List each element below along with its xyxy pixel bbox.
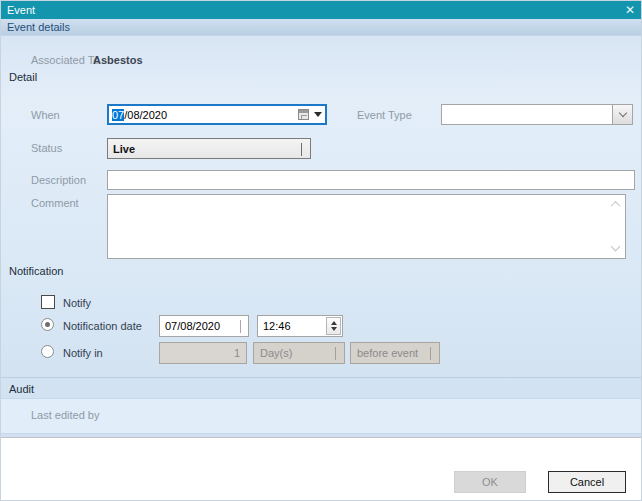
when-datepicker[interactable]: 07/08/2020: [107, 104, 327, 125]
when-value-selected: 07: [112, 109, 124, 121]
comment-label: Comment: [31, 197, 79, 209]
when-value-rest: /08/2020: [124, 109, 167, 121]
notify-in-radio[interactable]: [41, 345, 54, 358]
notify-in-value-input: 1: [159, 342, 247, 364]
when-label: When: [31, 109, 60, 121]
notification-date-select[interactable]: 07/08/2020: [159, 315, 249, 337]
section-notification-header: Notification: [9, 265, 63, 277]
notification-time-input[interactable]: 12:46: [257, 315, 343, 337]
spinner-down-icon[interactable]: [331, 327, 337, 331]
event-type-dropdown-button[interactable]: [612, 105, 632, 124]
ok-button[interactable]: OK: [454, 471, 526, 493]
chevron-down-icon: [618, 109, 626, 117]
notify-in-unit-value: Day(s): [260, 347, 292, 359]
spinner-up-icon[interactable]: [331, 321, 337, 325]
scroll-down-icon[interactable]: [612, 243, 621, 252]
notify-checkbox-label: Notify: [63, 297, 91, 309]
notification-time-value: 12:46: [263, 320, 291, 332]
event-type-label: Event Type: [357, 109, 412, 121]
event-type-select[interactable]: [441, 104, 633, 125]
cancel-button[interactable]: Cancel: [548, 471, 626, 493]
event-dialog: Event ✕ Event details Associated To Asbe…: [0, 0, 642, 501]
notify-in-relation-value: before event: [357, 347, 418, 359]
scroll-up-icon[interactable]: [612, 201, 621, 210]
status-label: Status: [31, 142, 62, 154]
last-edited-label: Last edited by: [31, 409, 100, 421]
chevron-down-icon: [240, 320, 243, 332]
notify-in-value: 1: [234, 347, 240, 359]
close-icon[interactable]: ✕: [623, 4, 637, 16]
status-value: Live: [113, 143, 135, 155]
calendar-icon[interactable]: [298, 109, 309, 120]
subtitle-text: Event details: [7, 21, 70, 33]
notify-in-unit-select: Day(s): [253, 342, 345, 364]
description-label: Description: [31, 174, 86, 186]
associated-to-value: Asbestos: [93, 54, 143, 66]
notification-date-label: Notification date: [63, 320, 142, 332]
subtitle-bar: Event details: [1, 19, 642, 36]
notification-date-radio[interactable]: [41, 318, 54, 331]
chevron-down-icon: [301, 143, 305, 155]
section-audit-header: Audit: [9, 383, 34, 395]
comment-textarea[interactable]: [107, 194, 626, 259]
dropdown-arrow-icon[interactable]: [314, 112, 322, 117]
window-title: Event: [7, 4, 35, 16]
notify-checkbox[interactable]: [41, 295, 55, 309]
notify-in-relation-select: before event: [350, 342, 440, 364]
section-detail-header: Detail: [9, 71, 37, 83]
notification-date-value: 07/08/2020: [165, 320, 220, 332]
associated-to-label: Associated To: [31, 54, 99, 66]
audit-divider: [1, 377, 642, 378]
chevron-down-icon: [430, 347, 433, 359]
chevron-down-icon: [335, 347, 338, 359]
description-input[interactable]: [107, 170, 635, 190]
time-spinner[interactable]: [326, 317, 341, 335]
status-select[interactable]: Live: [107, 138, 311, 159]
notify-in-label: Notify in: [63, 347, 103, 359]
title-bar: Event ✕: [1, 1, 642, 19]
